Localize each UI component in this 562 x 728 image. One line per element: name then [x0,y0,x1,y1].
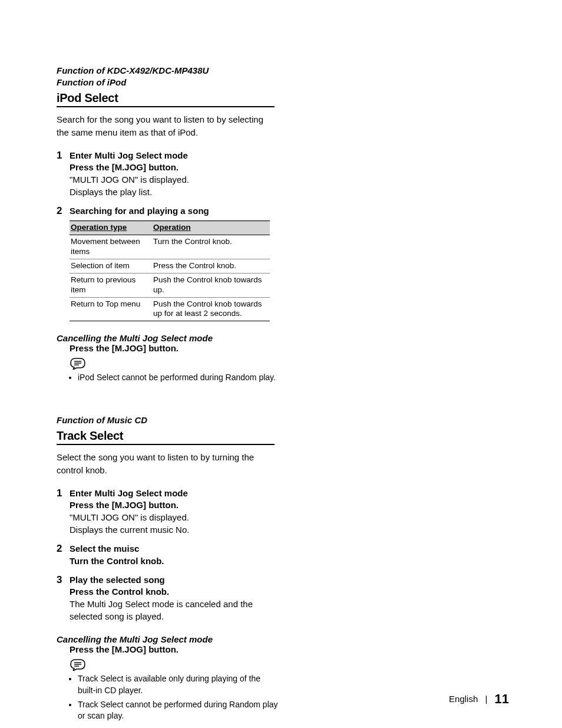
function-context-line: Function of iPod [57,77,339,88]
title-divider [57,106,275,107]
table-row: Return to Top menu Push the Control knob… [70,297,270,321]
section-title-track-select: Track Select [57,429,339,443]
page-number: 11 [495,691,509,706]
section-intro: Select the song you want to listen to by… [57,451,269,477]
step-heading: Enter Multi Jog Select mode [70,487,282,499]
step-2: 2 Searching for and playing a song Opera… [57,205,282,321]
note-icon [70,658,339,671]
note-icon [70,357,339,370]
step-subheading: Turn the Control knob. [70,555,282,567]
section-title-ipod-select: iPod Select [57,91,339,105]
function-context-line: Function of KDC-X492/KDC-MP438U [57,65,339,77]
title-divider [57,444,275,445]
cancel-subheading: Press the [M.JOG] button. [70,343,339,353]
step-2: 2 Select the muisc Turn the Control knob… [57,543,282,567]
step-number: 2 [57,543,62,555]
note-item: Track Select is available only during pl… [78,673,278,696]
step-body-line: Displays the play list. [70,186,282,198]
table-row: Movement between items Turn the Control … [70,235,270,259]
step-heading: Enter Multi Jog Select mode [70,150,282,162]
step-subheading: Press the Control knob. [70,586,282,598]
step-number: 3 [57,574,62,586]
table-cell: Movement between items [70,235,152,259]
manual-page: Function of KDC-X492/KDC-MP438U Function… [0,0,392,728]
table-cell: Return to previous item [70,273,152,297]
table-header: Operation [152,221,270,235]
table-cell: Selection of item [70,259,152,273]
step-body-line: "MULTI JOG ON" is displayed. [70,173,282,186]
footer-language: English [449,694,478,704]
note-item: Track Select cannot be performed during … [78,699,278,722]
step-heading: Searching for and playing a song [70,205,282,217]
cancel-heading: Cancelling the Multi Jog Select mode [57,634,339,644]
notes-list: Track Select is available only during pl… [70,673,278,722]
section-intro: Search for the song you want to listen t… [57,113,269,139]
step-subheading: Press the [M.JOG] button. [70,499,282,511]
table-cell: Press the Control knob. [152,259,270,273]
step-number: 1 [57,487,62,499]
step-body-line: The Multi Jog Select mode is canceled an… [70,598,282,622]
notes-list: iPod Select cannot be performed during R… [70,372,278,384]
function-context-line: Function of Music CD [57,414,339,426]
step-heading: Play the selected song [70,574,282,586]
step-1: 1 Enter Multi Jog Select mode Press the … [57,487,282,536]
table-cell: Return to Top menu [70,297,152,321]
operation-table: Operation type Operation Movement betwee… [70,220,270,321]
step-heading: Select the muisc [70,543,282,555]
step-3: 3 Play the selected song Press the Contr… [57,574,282,623]
table-cell: Turn the Control knob. [152,235,270,259]
step-subheading: Press the [M.JOG] button. [70,162,282,173]
footer-separator: | [485,694,487,704]
page-footer: English | 11 [449,691,509,707]
note-item: iPod Select cannot be performed during R… [78,372,278,384]
step-body-line: "MULTI JOG ON" is displayed. [70,511,282,523]
step-body-line: Displays the current music No. [70,523,282,536]
table-row: Selection of item Press the Control knob… [70,259,270,273]
table-cell: Push the Control knob towards up. [152,273,270,297]
step-number: 1 [57,150,62,162]
step-number: 2 [57,205,62,217]
table-cell: Push the Control knob towards up for at … [152,297,270,321]
cancel-subheading: Press the [M.JOG] button. [70,644,339,654]
step-1: 1 Enter Multi Jog Select mode Press the … [57,150,282,199]
table-row: Return to previous item Push the Control… [70,273,270,297]
table-header: Operation type [70,221,152,235]
cancel-heading: Cancelling the Multi Jog Select mode [57,333,339,343]
